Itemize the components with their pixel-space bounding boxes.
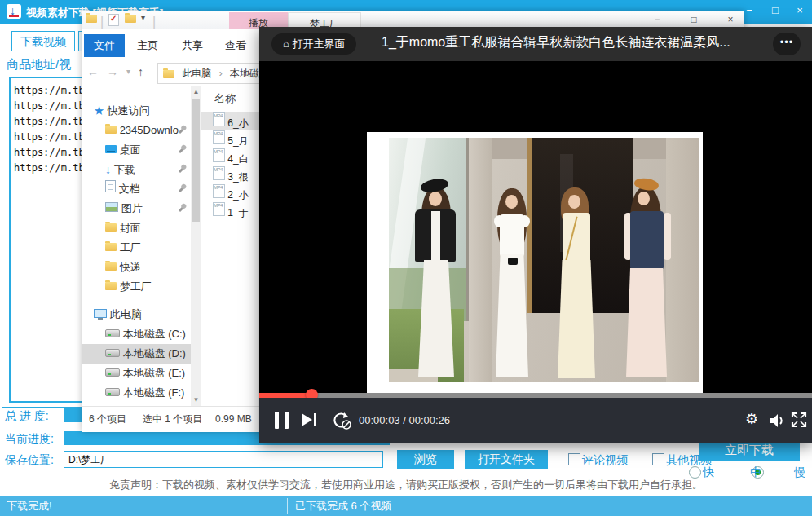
sidebar-item-disk-e[interactable]: 本地磁盘 (E:)	[82, 364, 191, 383]
scrollbar-thumb[interactable]	[192, 99, 200, 222]
folder-icon	[105, 223, 117, 232]
disk-icon	[105, 349, 120, 357]
total-progress-label: 总 进 度:	[5, 409, 49, 424]
comment-video-checkbox[interactable]	[568, 453, 580, 465]
folder-icon[interactable]	[86, 15, 97, 24]
explorer-close-button[interactable]: ×	[718, 14, 743, 25]
folder-icon	[105, 262, 117, 271]
sidebar-item-dream-factory[interactable]: 梦工厂	[82, 277, 191, 297]
download-icon: ↓	[105, 163, 111, 176]
sidebar-item-disk-d[interactable]: 本地磁盘 (D:)	[82, 344, 191, 364]
player-header: ⌂ 打开主界面 1_于momo重工私服裙合辑早秋新款白色长袖连衣裙温柔风... …	[259, 27, 812, 61]
sidebar-item-desktop[interactable]: 桌面	[82, 140, 191, 160]
breadcrumb-root[interactable]: 此电脑	[182, 68, 211, 79]
video-frame	[367, 132, 703, 393]
app-status-bar: 下载完成! 已下载完成 6 个视频	[0, 496, 812, 516]
repeat-off-icon[interactable]	[331, 411, 352, 434]
forward-icon[interactable]: →	[107, 65, 118, 78]
time-display: 00:00:03 / 00:00:26	[359, 414, 450, 426]
ribbon-tab-file[interactable]: 文件	[84, 34, 125, 57]
folder-icon	[105, 126, 117, 134]
scroll-up-icon[interactable]: ▲	[191, 86, 201, 98]
star-icon: ★	[94, 104, 104, 117]
status-divider	[135, 413, 135, 426]
other-video-checkbox[interactable]	[652, 453, 664, 465]
pin-icon	[179, 187, 184, 192]
qat-separator: |	[100, 15, 104, 29]
sidebar-item-cover[interactable]: 封面	[82, 218, 191, 238]
sidebar-scrollbar[interactable]: ▲ ▼	[191, 86, 201, 406]
save-path-input[interactable]: D:\梦工厂	[64, 451, 383, 468]
player-window: ⌂ 打开主界面 1_于momo重工私服裙合辑早秋新款白色长袖连衣裙温柔风... …	[259, 27, 812, 443]
comment-video-label: 评论视频	[582, 453, 628, 468]
status-divider	[287, 498, 288, 514]
ribbon-tab-view[interactable]: 查看	[215, 34, 256, 57]
folder-icon	[105, 282, 117, 290]
sidebar-item-2345download[interactable]: 2345Downlo	[82, 121, 191, 140]
sidebar-item-quick-access[interactable]: ★ 快速访问	[82, 101, 191, 121]
desktop-icon	[105, 145, 117, 153]
sidebar-item-express[interactable]: 快递	[82, 258, 191, 277]
more-options-button[interactable]: •••	[773, 33, 801, 55]
speed-fast-radio[interactable]	[689, 466, 701, 479]
player-controls: 00:00:03 / 00:00:26 ⚙	[259, 398, 812, 443]
save-location-label: 保存位置:	[5, 453, 54, 468]
scroll-down-icon[interactable]: ▼	[191, 395, 201, 406]
sidebar-item-documents[interactable]: 文档	[82, 179, 191, 199]
qat-separator: |	[152, 15, 156, 29]
disclaimer-text: 免责声明：下载的视频、素材仅供学习交流，若使用商业用途，请购买正版授权，否则产生…	[0, 478, 812, 492]
volume-icon[interactable]	[768, 412, 786, 433]
video-display-area[interactable]	[259, 61, 812, 393]
app-close-button[interactable]: ×	[789, 2, 810, 20]
ribbon-tab-home[interactable]: 主页	[127, 34, 168, 57]
document-icon	[105, 180, 116, 192]
new-folder-icon[interactable]	[125, 15, 136, 24]
app-maximize-button[interactable]: □	[765, 2, 786, 20]
open-main-interface-button[interactable]: ⌂ 打开主界面	[271, 33, 356, 55]
pictures-icon	[105, 202, 118, 212]
breadcrumb-separator: ›	[219, 68, 223, 79]
sidebar-item-disk-f[interactable]: 本地磁盘 (F:)	[82, 383, 191, 403]
sidebar-item-factory[interactable]: 工厂	[82, 238, 191, 258]
home-icon: ⌂	[283, 37, 289, 50]
pause-icon[interactable]	[275, 412, 289, 432]
open-folder-button[interactable]: 打开文件夹	[465, 450, 548, 469]
video-frame-photo	[389, 138, 699, 382]
recent-dropdown-icon[interactable]: ▾	[126, 67, 130, 76]
product-url-label: 商品地址/视	[7, 57, 71, 73]
pin-icon	[179, 167, 184, 173]
mp4-file-icon	[213, 202, 225, 216]
open-main-interface-label: 打开主界面	[292, 37, 345, 50]
browse-button[interactable]: 浏览	[397, 450, 454, 469]
pin-icon	[179, 128, 184, 134]
disk-icon	[105, 368, 120, 377]
status-left-text: 下载完成!	[7, 496, 52, 516]
pin-icon	[179, 148, 184, 153]
explorer-sidebar: ★ 快速访问 2345Downlo 桌面 ↓ 下载 文档 图片 封面 工厂 快递…	[82, 86, 191, 406]
item-count: 6 个项目	[89, 407, 126, 432]
selected-size: 0.99 MB	[215, 407, 252, 432]
properties-icon[interactable]	[108, 14, 119, 28]
explorer-minimize-button[interactable]: −	[645, 14, 669, 25]
fullscreen-icon[interactable]	[791, 412, 807, 431]
app-icon	[7, 4, 21, 19]
status-right-text: 已下载完成 6 个视频	[295, 496, 391, 516]
qat-dropdown-icon[interactable]: ▾	[141, 13, 145, 22]
explorer-maximize-button[interactable]: □	[682, 14, 706, 25]
sidebar-item-this-pc[interactable]: 此电脑	[82, 305, 191, 324]
next-icon[interactable]	[302, 413, 316, 430]
sidebar-item-disk-c[interactable]: 本地磁盘 (C:)	[82, 324, 191, 344]
computer-icon	[94, 309, 107, 318]
settings-gear-icon[interactable]: ⚙	[745, 410, 758, 428]
tab-download-video[interactable]: 下载视频	[11, 31, 75, 51]
ribbon-tab-share[interactable]: 共享	[172, 34, 213, 57]
selected-count: 选中 1 个项目	[143, 407, 202, 432]
folder-icon	[163, 70, 174, 78]
current-progress-label: 当前进度:	[5, 432, 54, 447]
sidebar-item-pictures[interactable]: 图片	[82, 199, 191, 218]
disk-icon	[105, 388, 120, 396]
up-icon[interactable]: ↑	[138, 65, 143, 78]
sidebar-item-downloads[interactable]: ↓ 下载	[82, 160, 191, 179]
back-icon[interactable]: ←	[87, 65, 99, 78]
folder-icon	[105, 243, 117, 251]
